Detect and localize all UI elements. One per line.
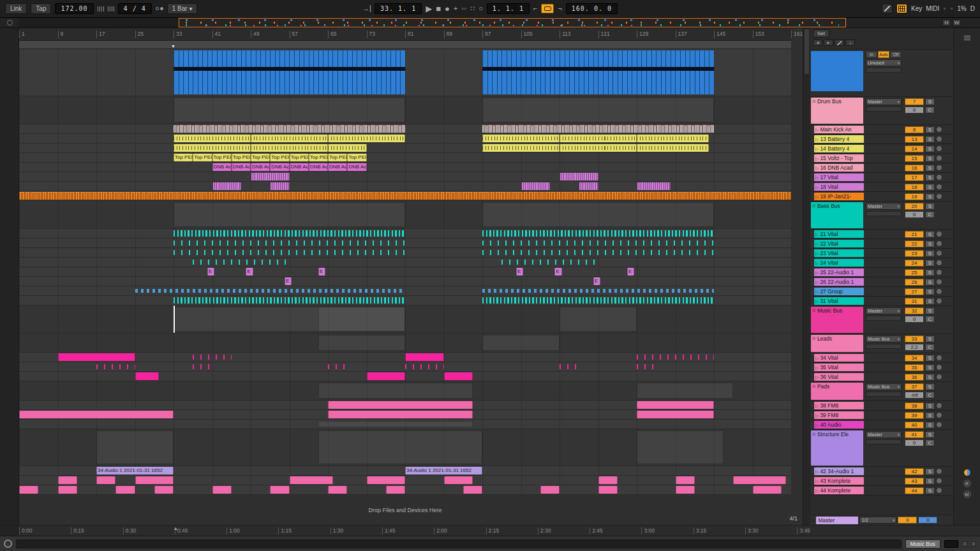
clip[interactable] [482,335,560,351]
track-title[interactable]: ⊙Music Bus [810,306,864,334]
solo-button[interactable]: S [925,165,935,172]
solo-button[interactable]: S [925,355,935,362]
bar-number[interactable]: 33 [174,31,182,38]
crossfade-button[interactable]: C [925,344,935,351]
loop-switch[interactable] [541,4,554,13]
crossfader-value[interactable]: 0 [918,517,937,524]
arm-button[interactable] [936,355,942,361]
key-map-button[interactable]: Key [911,5,922,12]
track-title[interactable]: ▷18 Vital [810,182,864,191]
clip[interactable] [637,182,671,190]
clip[interactable] [560,144,637,152]
crossfade-button[interactable]: C [925,392,935,399]
clip[interactable] [270,486,289,494]
solo-button[interactable]: S [925,412,935,419]
selected-track-color[interactable] [810,50,864,96]
clip[interactable] [598,476,618,484]
clip[interactable]: DNB Ac [212,163,232,171]
group-fold-icon[interactable]: ⊙ [812,98,816,104]
arm-button[interactable] [936,260,942,266]
bar-number[interactable]: 129 [637,31,648,38]
bar-number[interactable]: 1 [19,31,25,38]
back-to-arrangement-icon[interactable] [7,20,13,26]
clip[interactable] [482,240,714,246]
arm-button[interactable] [936,487,942,494]
menu-icon[interactable] [964,36,970,40]
track-activator[interactable]: 35 [905,364,924,371]
track-title[interactable]: ▷27 Group [810,287,864,296]
solo-button[interactable]: S [925,335,935,342]
bar-number[interactable]: 25 [135,31,144,38]
clip[interactable] [328,401,473,409]
clip[interactable] [58,353,135,361]
track-activator[interactable]: 21 [905,231,924,238]
track-header-17-vital[interactable]: ▷17 Vital17S [810,173,953,182]
arrangement-row-22-vital[interactable] [19,239,791,248]
clip[interactable] [521,182,550,190]
track-header-leads[interactable]: ⊙LeadsMusic Bus▾33S2.2C [810,334,953,353]
clip[interactable] [193,355,232,360]
overview-viewport[interactable] [179,18,846,27]
bar-number[interactable]: 73 [367,31,375,38]
clip[interactable] [482,297,714,304]
clip[interactable]: E [593,277,600,285]
master-track-header[interactable]: ▷ Master 1/2▾ 0 0 [810,515,953,525]
punch-out-icon[interactable]: ¬ [558,5,561,12]
monitor-toggle[interactable]: InAutoOff [866,51,902,58]
arrangement-row-selected[interactable] [19,49,791,96]
solo-button[interactable]: S [925,431,935,438]
clip[interactable] [135,372,160,380]
track-activator[interactable]: 39 [905,412,924,419]
arrangement-row-23-vital[interactable] [19,248,791,258]
bar-number[interactable]: 145 [714,31,725,38]
info-view-toggle-icon[interactable] [4,540,12,548]
clip[interactable] [637,430,724,464]
monitor-in-button[interactable]: In [866,51,877,58]
track-header-35-vital[interactable]: ▷35 Vital35S [810,363,953,372]
time-signature-field[interactable]: 4 / 4 [118,3,152,14]
follow-icon[interactable]: → [362,5,371,12]
arrangement-row-music-bus[interactable] [19,305,791,334]
clip[interactable] [405,353,444,361]
arrangement-row-17-vital[interactable] [19,172,791,182]
solo-button[interactable]: S [925,240,935,247]
clip[interactable] [135,289,406,293]
track-title[interactable]: ▷25 22-Audio 1 [810,268,864,277]
optimize-height-button[interactable]: H [942,19,951,26]
clip[interactable] [251,135,328,142]
arrangement-row-27-group[interactable] [19,286,791,296]
arm-button[interactable] [936,364,942,371]
clip[interactable]: Top PEI [290,154,309,161]
bar-number[interactable]: 41 [212,31,221,38]
track-header-16-dnb-acad[interactable]: ▷16 DNB Acad16S [810,163,953,173]
track-header-14-battery-4[interactable]: ▷14 Battery 414S [810,144,953,154]
solo-button[interactable]: S [925,260,935,267]
clip[interactable] [174,125,405,133]
track-activator[interactable]: 25 [905,269,924,276]
nudge-up-icon[interactable] [108,6,114,11]
io-toggle-icon[interactable] [963,469,971,476]
track-title[interactable]: ▷15 Voltz - Top [810,154,864,163]
arrangement-row-16-dnb-acad[interactable]: DNB AcDNB AcDNB AcDNB AcDNB AcDNB AcDNB … [19,163,791,172]
track-activator[interactable]: 44 [905,487,924,494]
track-header-34-vital[interactable]: ▷34 Vital34S [810,353,953,363]
clip[interactable] [154,486,174,494]
re-enable-automation-icon[interactable]: ∷ [470,5,475,12]
bar-number[interactable]: 121 [598,31,610,38]
solo-button[interactable]: S [925,374,935,381]
punch-in-icon[interactable]: ⌐ [533,5,537,12]
track-activator[interactable]: 43 [905,478,924,485]
track-header-pads[interactable]: ⊙PadsMusic Bus▾37S-infC [810,382,953,401]
arm-button[interactable] [936,402,942,409]
track-activator[interactable]: 26 [905,279,924,286]
solo-button[interactable]: S [925,184,935,191]
clip[interactable]: DNB Ac [232,163,251,171]
track-title[interactable]: ▷24 Vital [810,258,864,267]
monitor-auto-button[interactable]: Auto [878,51,889,58]
track-header-drum-bus[interactable]: ⊙Drum BusMaster▾7S0C [810,97,953,125]
crossfade-button[interactable]: C [925,107,935,114]
group-fold-icon[interactable]: ⊙ [812,203,816,209]
metronome-icon[interactable] [156,7,163,10]
clip[interactable] [560,173,598,180]
group-fold-icon[interactable]: ⊙ [812,431,816,437]
